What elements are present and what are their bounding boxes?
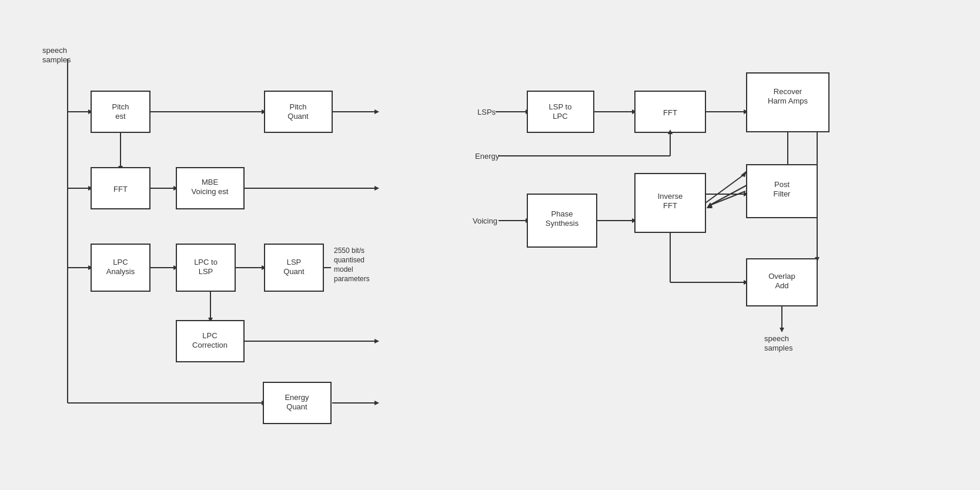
svg-text:quantised: quantised — [334, 256, 364, 264]
recover-harm-amps-label: Recover — [774, 87, 802, 96]
svg-marker-18 — [374, 109, 379, 114]
svg-text:Filter: Filter — [774, 189, 791, 198]
svg-text:Quant: Quant — [283, 267, 305, 276]
svg-text:Add: Add — [775, 281, 788, 290]
svg-text:Voicing est: Voicing est — [192, 187, 229, 196]
svg-marker-29 — [374, 401, 379, 405]
lpc-to-lsp-label: LPC to — [194, 258, 218, 266]
svg-text:Analysis: Analysis — [106, 267, 135, 276]
bitrate-label: 2550 bit/s — [334, 246, 364, 255]
svg-line-56 — [708, 191, 745, 206]
lsp-quant-label: LSP — [287, 258, 302, 266]
lpc-analysis-label: LPC — [113, 258, 128, 266]
svg-text:Synthesis: Synthesis — [546, 219, 579, 228]
lsp-to-lpc-label: LSP to — [549, 102, 572, 111]
energy-quant-label: Energy — [285, 393, 309, 402]
pitch-quant-label: Pitch — [290, 102, 307, 111]
svg-text:Quant: Quant — [286, 402, 307, 411]
mbe-label: MBE — [202, 178, 219, 186]
voicing-label: Voicing — [473, 216, 497, 225]
svg-text:Correction: Correction — [192, 341, 228, 349]
svg-text:samples: samples — [764, 344, 793, 352]
svg-line-78 — [708, 185, 747, 206]
left-input-label: speech — [42, 46, 67, 55]
fft-left-label: FFT — [113, 185, 128, 194]
svg-text:model: model — [334, 265, 353, 274]
svg-text:Harm Amps: Harm Amps — [768, 96, 808, 105]
svg-text:FFT: FFT — [663, 201, 677, 210]
post-filter-label: Post — [774, 180, 790, 189]
lpc-correction-label: LPC — [202, 331, 217, 340]
diagram-container: speech samples LSPs Energy Voicing — [0, 0, 980, 490]
svg-text:parameters: parameters — [334, 275, 370, 283]
overlap-add-label: Overlap — [768, 272, 795, 281]
svg-text:samples: samples — [42, 55, 71, 64]
svg-text:LPC: LPC — [553, 112, 567, 121]
svg-marker-27 — [374, 339, 379, 344]
right-output-label: speech — [764, 334, 789, 343]
svg-marker-59 — [780, 328, 784, 332]
phase-synthesis-label: Phase — [551, 209, 573, 218]
main-svg: speech samples LSPs Energy Voicing — [0, 0, 980, 490]
inverse-fft-label: Inverse — [658, 192, 683, 201]
pitch-est-label: Pitch — [112, 102, 129, 111]
lsps-label: LSPs — [477, 108, 496, 116]
energy-label: Energy — [475, 152, 500, 161]
svg-text:Quant: Quant — [287, 112, 309, 121]
svg-text:est: est — [115, 112, 126, 121]
fft-right-label: FFT — [663, 108, 677, 117]
svg-marker-16 — [374, 186, 379, 191]
svg-text:LSP: LSP — [199, 267, 213, 276]
